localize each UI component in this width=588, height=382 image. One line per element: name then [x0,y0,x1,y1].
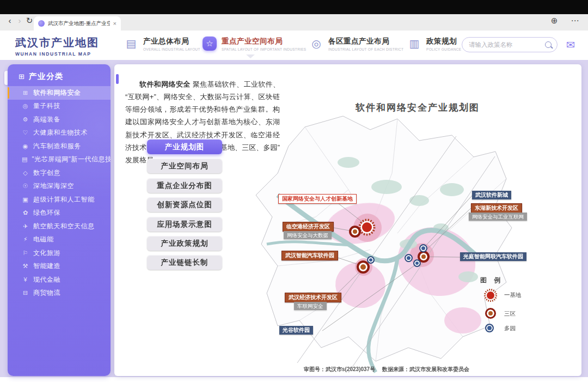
sidebar-item-modern-finance[interactable]: ¥ 现代金融 [8,273,111,287]
mail-icon[interactable]: ✉ [566,39,575,51]
browser-toolbar: ‹ › ↻ 武汉市产业地图-重点产业空… × ⊕ ⋯ [0,14,588,31]
nav-overall-layout[interactable]: ▤ 产业总体布局 OVERALL INDUSTRIAL LAYOUT [124,36,200,51]
tab-close-icon[interactable]: × [113,20,117,27]
button-industry-chain-chief[interactable]: 产业链链长制 [147,255,222,270]
spark-icon: ◇ [22,169,29,177]
yuan-icon: ¥ [22,276,29,283]
button-industry-spatial-layout[interactable]: 产业空间布局 [147,159,222,173]
sidebar-item-label: 量子科技 [33,101,60,111]
marker-park-dot [405,254,413,262]
star-icon: ☆ [203,37,217,51]
nav-title: 各区重点产业布局 [328,37,389,45]
nav-policy-planning[interactable]: ▥ 政策规划 POLICY GUIDANCE [407,36,461,51]
button-industry-policy-planning[interactable]: 产业政策规划 [147,236,222,251]
nav-subtitle: POLICY GUIDANCE [426,47,461,51]
button-industry-planning-map[interactable]: 产业规划图 [147,140,222,154]
sidebar-item-electromagnetic[interactable]: ⚡ 电磁能 [8,233,111,247]
marker-park-dot [419,244,427,252]
sidebar-item-label: 软件和网络安全 [33,88,81,98]
browser-tab[interactable]: 武汉市产业地图-重点产业空… × [34,16,121,31]
map-label-linkonggang-zone: 临空港经济开发区 [283,222,334,232]
map-label-national-cybersecurity-base: 国家网络安全与人才创新基地 [278,194,357,204]
policy-search-box[interactable] [462,37,558,52]
tab-title: 武汉市产业地图-重点产业空… [48,20,110,27]
car-icon: ◉ [22,143,29,150]
nav-title: 产业总体布局 [143,37,189,45]
sidebar-item-software-network-security[interactable]: ⊞ 软件和网络安全 [8,86,111,100]
map-label-cybersecurity-industrial-internet: 网络安全与工业互联网 [469,213,527,221]
browser-menu-icon[interactable]: ⋯ [569,16,580,26]
sidebar-item-label: 高端装备 [33,115,60,124]
grid-icon: ⊞ [19,72,24,81]
sidebar-item-label: 绿色环保 [33,208,60,217]
button-key-enterprise-distribution[interactable]: 重点企业分布图 [147,178,222,193]
nav-key-industry-spatial-layout[interactable]: ☆ 重点产业空间布局 SPATIAL LAYOUT OF IMPORTANT I… [203,36,307,51]
back-icon[interactable]: ‹ [4,16,15,25]
marker-park-dot [367,256,375,264]
industry-category-sidebar: ⊞ 产业分类 ⊞ 软件和网络安全 ◎ 量子科技 ⚙ 高端装备 ♡ 大健康和生物技… [8,64,111,376]
sidebar-item-label: "光芯屏端网"新一代信息技术 [32,155,111,164]
box-icon: ⊟ [22,289,29,296]
sidebar-item-label: 超级计算和人工智能 [33,195,95,204]
logo-title: 武汉市产业地图 [15,35,99,50]
legend-park-dot-icon [485,324,494,332]
sidebar-item-digital-creative[interactable]: ◇ 数字创意 [8,166,111,180]
sidebar-item-trade-logistics[interactable]: ⊟ 商贸物流 [8,287,111,300]
sidebar-item-health-biotech[interactable]: ♡ 大健康和生物技术 [8,126,111,140]
map-label-smart-car-software-park: 武汉智能汽车软件园 [281,251,338,260]
chip-icon: ▣ [22,196,29,203]
tab-favicon-icon [38,20,45,27]
map-label-wuhan-economic-zone: 武汉经济技术开发区 [285,293,341,302]
sidebar-item-supercomputing-ai[interactable]: ▣ 超级计算和人工智能 [8,193,111,207]
map-title: 软件和网络安全产业规划图 [356,101,480,114]
search-icon[interactable] [545,41,552,48]
bolt-icon: ⚡ [22,236,29,243]
nav-subtitle: INDUSTRIAL LAYOUT OF EACH DISTRICT [328,47,403,51]
sidebar-item-smart-construction[interactable]: ⚒ 智能建造 [8,260,111,274]
intro-accent-bar [116,74,119,84]
nav-district-layout[interactable]: ◎ 各区重点产业布局 INDUSTRIAL LAYOUT OF EACH DIS… [309,36,403,51]
quantum-icon: ◎ [22,102,29,110]
nav-title: 重点产业空间布局 [222,37,283,45]
screen-top-bar [0,0,588,14]
planet-icon: ☉ [22,183,29,190]
marker-park-dot [413,259,421,267]
sidebar-item-label: 商贸物流 [33,288,60,298]
map-label-cybersecurity-bigdata: 网络安全与大数据 [284,231,332,239]
software-security-icon: ⊞ [22,89,29,96]
nav-subtitle: SPATIAL LAYOUT OF IMPORTANT INDUSTRIES [222,47,307,51]
map-footnote: 审图号：武汉市s(2023)037号 数据来源：武汉市发展和改革委员会 [278,366,495,373]
logo-subtitle: WUHAN INDUSTRIAL MAP [15,51,99,57]
legend-district-ring-icon [485,308,496,319]
sidebar-item-high-end-equipment[interactable]: ⚙ 高端装备 [8,113,111,126]
app-logo: 武汉市产业地图 WUHAN INDUSTRIAL MAP [15,35,99,57]
active-tab-notch [246,54,255,58]
gear-icon: ⚙ [22,116,29,123]
plane-icon: ✈ [22,223,29,230]
sidebar-item-auto-manufacturing[interactable]: ◉ 汽车制造和服务 [8,140,111,153]
legend-base-sunburst-icon [483,288,498,303]
sidebar-header: ⊞ 产业分类 [19,71,64,82]
flower-icon: ✿ [22,209,29,216]
legend-label-park: 多园 [504,325,516,332]
sidebar-item-green-environment[interactable]: ✿ 绿色环保 [8,207,111,220]
map-label-connected-vehicle-security: 车联网安全 [294,302,327,310]
button-application-scenarios[interactable]: 应用场景示意图 [147,217,222,232]
globe-icon[interactable]: ⊕ [549,16,560,26]
sidebar-item-quantum-tech[interactable]: ◎ 量子科技 [8,100,111,113]
sidebar-item-label: 现代金融 [33,275,60,284]
sidebar-item-next-gen-it[interactable]: ▤ "光芯屏端网"新一代信息技术 [8,153,111,167]
search-input[interactable] [468,41,542,48]
refresh-icon[interactable]: ↻ [24,16,35,26]
sidebar-item-deep-earth-sea-space[interactable]: ☉ 深地深海深空 [8,180,111,193]
screen-icon: ▤ [22,156,27,163]
sidebar-item-label: 数字创意 [33,168,60,178]
sidebar-item-label: 汽车制造和服务 [33,142,81,151]
map-label-guangting-vehicle-software-park: 光庭智能网联汽车软件园 [460,252,526,261]
sidebar-item-aerospace[interactable]: ✈ 航空航天和空天信息 [8,220,111,233]
button-innovation-resource-points[interactable]: 创新资源点位图 [147,197,222,212]
map-label-donghu-hightech-zone: 东湖新技术开发区 [471,203,522,213]
flag-icon: ⚐ [22,250,29,257]
forward-icon[interactable]: › [14,16,25,25]
sidebar-item-culture-tourism[interactable]: ⚐ 文化旅游 [8,246,111,260]
